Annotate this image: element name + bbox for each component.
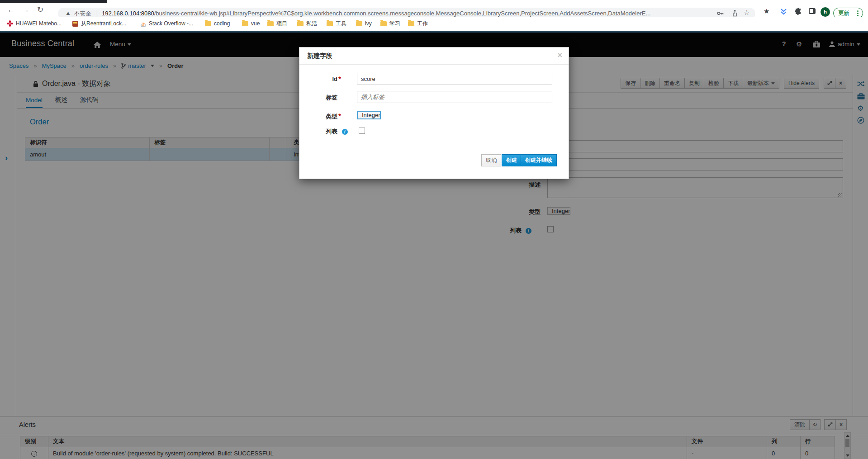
folder-icon <box>356 21 362 26</box>
id-input[interactable] <box>357 73 552 85</box>
create-button[interactable]: 创建 <box>502 154 522 166</box>
label-input[interactable] <box>357 91 552 103</box>
folder-icon <box>380 21 387 26</box>
chevron-down-icon <box>372 117 375 119</box>
share-icon[interactable] <box>731 9 739 17</box>
bookmark-folder-sidework[interactable]: 私活 <box>297 19 317 28</box>
folder-icon <box>242 21 248 26</box>
required-star-icon: ★ <box>338 76 342 80</box>
folder-icon <box>327 21 333 26</box>
url-divider <box>96 10 96 17</box>
create-and-continue-button[interactable]: 创建并继续 <box>521 154 557 166</box>
forward-icon[interactable]: → <box>22 3 29 17</box>
reload-icon[interactable]: ↻ <box>37 3 43 17</box>
bookmark-folder-ivy[interactable]: ivy <box>356 19 372 28</box>
update-label: 更新 <box>838 10 849 16</box>
password-key-icon[interactable] <box>716 9 724 17</box>
bookmarks-bar: HUAWEI Matebo... 从ReentrantLock... Stack… <box>0 17 868 30</box>
folder-icon <box>408 21 414 26</box>
id-label: Id <box>299 76 337 82</box>
bookmark-folder-coding[interactable]: coding <box>205 19 230 28</box>
bookmark-reentrantlock[interactable]: 从ReentrantLock... <box>72 19 126 28</box>
bookmark-huawei[interactable]: HUAWEI Matebo... <box>7 19 62 28</box>
info-icon[interactable]: i <box>342 129 348 135</box>
extension-double-chevron-icon[interactable] <box>780 8 787 15</box>
id-label-wrap: Id★ <box>299 76 342 82</box>
bookmark-star-icon[interactable]: ☆ <box>744 9 749 17</box>
chrome-menu-icon[interactable] <box>857 13 859 14</box>
required-star-icon: ★ <box>338 113 342 117</box>
back-icon[interactable]: ← <box>7 3 15 17</box>
modal-close-icon[interactable]: × <box>557 51 562 60</box>
screen: { "browser": { "security_label": "不安全", … <box>0 0 868 459</box>
type-label-wrap: 类型★ <box>299 113 342 121</box>
type-select[interactable]: Integer <box>357 111 381 119</box>
folder-icon <box>297 21 304 26</box>
label-label-wrap: 标签 <box>299 94 337 102</box>
not-secure-warning-icon[interactable]: ▲! <box>65 9 71 16</box>
bookmark-stackoverflow[interactable]: Stack Overflow -... <box>140 19 193 28</box>
huawei-logo-icon <box>7 20 13 27</box>
extensions-puzzle-icon[interactable] <box>794 8 802 15</box>
url-text[interactable]: 192.168.0.104:8080/business-central/kie-… <box>102 10 753 17</box>
bookmark-folder-vue[interactable]: vue <box>242 19 260 28</box>
bookmark-folder-project[interactable]: 项目 <box>267 19 287 28</box>
bookmark-folder-tools[interactable]: 工具 <box>327 19 346 28</box>
modal-title: 新建字段 <box>307 52 332 60</box>
folder-icon <box>267 21 274 26</box>
type-label: 类型 <box>299 113 337 121</box>
folder-icon <box>205 21 211 26</box>
side-panel-icon[interactable] <box>809 8 816 14</box>
profile-avatar[interactable]: h <box>821 7 830 17</box>
bookmark-folder-study[interactable]: 学习 <box>380 19 400 28</box>
browser-tab-strip <box>0 0 107 3</box>
modal-header: 新建字段 × <box>299 47 569 65</box>
stackoverflow-icon <box>140 20 146 27</box>
list-label-wrap: 列表 i <box>299 128 348 136</box>
browser-toolbar: ← → ↻ ▲! 不安全 192.168.0.104:8080/business… <box>0 3 868 17</box>
label-label: 标签 <box>299 94 337 102</box>
new-field-modal: 新建字段 × Id★ 标签 类型★ Integer 列表 i 取消 创建 创建并… <box>299 47 569 179</box>
book-icon <box>72 21 78 27</box>
bookmarked-star-icon[interactable]: ★ <box>764 7 769 15</box>
list-label: 列表 <box>299 128 337 136</box>
bookmark-folder-work[interactable]: 工作 <box>408 19 428 28</box>
not-secure-label: 不安全 <box>74 10 91 18</box>
list-checkbox[interactable] <box>359 128 365 134</box>
cancel-button[interactable]: 取消 <box>481 154 501 166</box>
